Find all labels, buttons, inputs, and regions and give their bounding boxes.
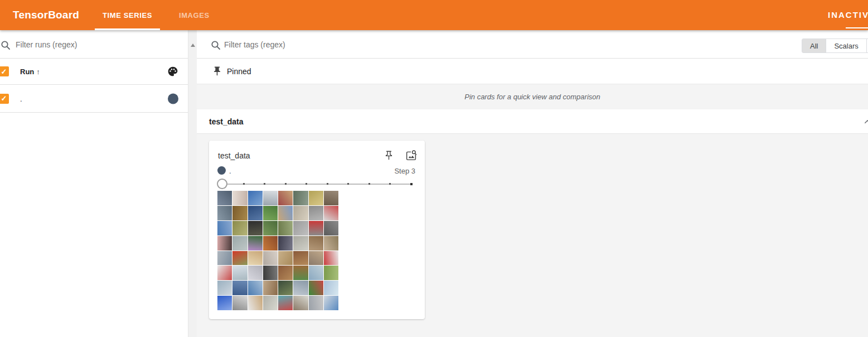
mosaic-image-tile [309, 281, 323, 295]
mosaic-image-tile [217, 251, 232, 266]
mosaic-image-tile [248, 266, 263, 280]
slider-tick [410, 183, 413, 185]
mosaic-image-tile [324, 191, 338, 205]
mosaic-image-tile [309, 296, 323, 310]
search-icon [1, 40, 11, 50]
run-color-swatch[interactable] [168, 93, 178, 104]
mosaic-image-tile [324, 266, 338, 280]
run-table-header-row: ✓ Run↑ [0, 59, 188, 85]
slider-tick [347, 183, 349, 185]
mosaic-image-tile [324, 251, 338, 266]
mosaic-image-tile [293, 281, 308, 295]
mosaic-image-tile [217, 236, 232, 251]
mosaic-image-tile [232, 281, 247, 295]
filter-runs-input[interactable] [16, 37, 177, 52]
run-name-label: . [20, 94, 22, 103]
tab-images[interactable]: IMAGES [166, 0, 223, 30]
mosaic-image-tile [248, 296, 263, 310]
mosaic-image-tile [263, 221, 278, 235]
image-search-icon[interactable] [405, 150, 417, 161]
tensorboard-app: TensorBoard TIME SERIES IMAGES INACTIVE … [0, 0, 868, 337]
mosaic-image-tile [324, 296, 338, 310]
mosaic-image-tile [278, 191, 293, 205]
slider-tick [368, 183, 370, 185]
slider-tick [285, 183, 287, 185]
tag-section-header[interactable]: test_data [197, 109, 868, 134]
mosaic-image-tile [324, 206, 338, 220]
slider-tick [264, 183, 265, 185]
mosaic-image-tile [232, 296, 247, 310]
slider-tick [306, 183, 307, 185]
run-column-label: Run [20, 68, 34, 76]
run-column-header[interactable]: Run↑ [20, 68, 40, 76]
section-collapse-icon[interactable] [864, 118, 868, 126]
search-icon [211, 40, 221, 50]
tab-time-series[interactable]: TIME SERIES [89, 0, 166, 30]
run-color-dot [217, 166, 226, 175]
mosaic-image-tile [324, 281, 338, 295]
tab-time-series-label: TIME SERIES [103, 11, 152, 20]
status-dropdown[interactable]: INACTIVE [828, 10, 868, 21]
run-checkbox[interactable]: ✓ [0, 94, 9, 104]
mosaic-image-tile [293, 296, 308, 310]
mosaic-image-tile [263, 206, 278, 220]
mosaic-image-tile [278, 296, 293, 310]
step-slider-thumb[interactable] [217, 179, 227, 189]
filter-scalars-button[interactable]: Scalars [826, 39, 866, 52]
step-slider-track[interactable] [222, 184, 411, 185]
tab-images-label: IMAGES [179, 11, 210, 20]
mosaic-image-tile [217, 281, 232, 295]
mosaic-image-tile [293, 266, 308, 280]
mosaic-image-tile [263, 191, 278, 205]
mosaic-image-tile [263, 296, 278, 310]
mosaic-image-tile [263, 251, 278, 266]
pin-icon [212, 66, 222, 76]
mosaic-image-tile [293, 191, 308, 205]
palette-icon[interactable] [167, 66, 178, 77]
mosaic-image-tile [248, 281, 263, 295]
select-all-runs-checkbox[interactable]: ✓ [0, 66, 9, 76]
mosaic-image-tile [248, 221, 263, 235]
mosaic-image-tile [232, 191, 247, 205]
mosaic-image-tile [278, 206, 293, 220]
mosaic-image-tile [217, 221, 232, 235]
header-tabs: TIME SERIES IMAGES [89, 0, 223, 30]
pin-card-icon[interactable] [384, 150, 394, 161]
run-row[interactable]: ✓ . [0, 85, 188, 113]
mosaic-image-tile [263, 266, 278, 280]
mosaic-image-tile [232, 236, 247, 251]
mosaic-image-tile [309, 236, 323, 251]
tag-filter-row: AllScalarsImage [197, 30, 868, 59]
mosaic-image-tile [293, 236, 308, 251]
mosaic-image-tile [217, 191, 232, 205]
mosaic-image-tile [293, 221, 308, 235]
mosaic-image-tile [293, 251, 308, 266]
checkmark-icon: ✓ [1, 95, 7, 102]
image-card: test_data . Step 3 [209, 141, 425, 319]
pin-hint-text: Pin cards for a quick view and compariso… [464, 93, 600, 101]
tag-section-title: test_data [209, 117, 243, 126]
card-run-label: . [229, 167, 231, 175]
mosaic-image-tile [248, 251, 263, 266]
status-dropdown-underline [846, 27, 868, 28]
mosaic-image-tile [248, 191, 263, 205]
tag-type-filter-group: AllScalarsImage [802, 38, 868, 53]
slider-tick [327, 183, 328, 185]
mosaic-image-tile [293, 206, 308, 220]
sample-images-grid [217, 191, 338, 310]
mosaic-image-tile [309, 221, 323, 235]
scrollbar-up-arrow-icon[interactable] [191, 44, 195, 47]
mosaic-image-tile [217, 266, 232, 280]
runs-filter-row [0, 30, 188, 59]
mosaic-image-tile [263, 236, 278, 251]
filter-tags-input[interactable] [224, 37, 782, 52]
sidebar-scrollbar[interactable] [188, 30, 197, 337]
mosaic-image-tile [232, 221, 247, 235]
runs-sidebar: ✓ Run↑ ✓ . [0, 30, 188, 337]
mosaic-image-tile [217, 296, 232, 310]
filter-all-button[interactable]: All [802, 39, 826, 52]
mosaic-image-tile [309, 206, 323, 220]
app-header: TensorBoard TIME SERIES IMAGES INACTIVE [0, 0, 868, 30]
mosaic-image-tile [324, 221, 338, 235]
mosaic-image-tile [309, 191, 323, 205]
